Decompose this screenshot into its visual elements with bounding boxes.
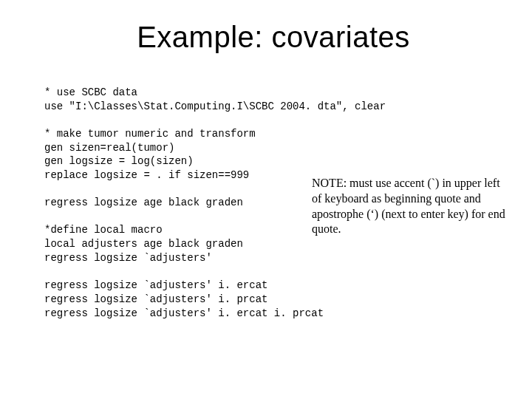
note-text: NOTE: must use accent (`) in upper left … <box>312 176 511 237</box>
code-block-2: * make tumor numeric and transform gen s… <box>44 127 502 183</box>
code-block-1: * use SCBC data use "I:\Classes\Stat.Com… <box>44 86 502 114</box>
slide: Example: covariates * use SCBC data use … <box>0 0 532 399</box>
code-line: regress logsize `adjusters' <box>44 252 212 264</box>
code-line: *define local macro <box>44 224 163 236</box>
slide-title: Example: covariates <box>44 21 502 54</box>
code-line: gen sizen=real(tumor) <box>44 142 174 154</box>
code-line: gen logsize = log(sizen) <box>44 155 194 167</box>
code-line: replace logsize = . if sizen==999 <box>44 169 249 181</box>
code-line: * use SCBC data <box>44 86 137 98</box>
code-line: regress logsize `adjusters' i. prcat <box>44 293 267 305</box>
code-line: * make tumor numeric and transform <box>44 128 256 140</box>
code-block-5: regress logsize `adjusters' i. ercat reg… <box>44 279 502 321</box>
code-line: use "I:\Classes\Stat.Computing.I\SCBC 20… <box>44 100 386 112</box>
code-line: regress logsize age black graden <box>44 197 243 208</box>
code-line: regress logsize `adjusters' i. ercat <box>44 279 267 291</box>
code-line: local adjusters age black graden <box>44 238 243 250</box>
code-line: regress logsize `adjusters' i. ercat i. … <box>44 307 324 319</box>
